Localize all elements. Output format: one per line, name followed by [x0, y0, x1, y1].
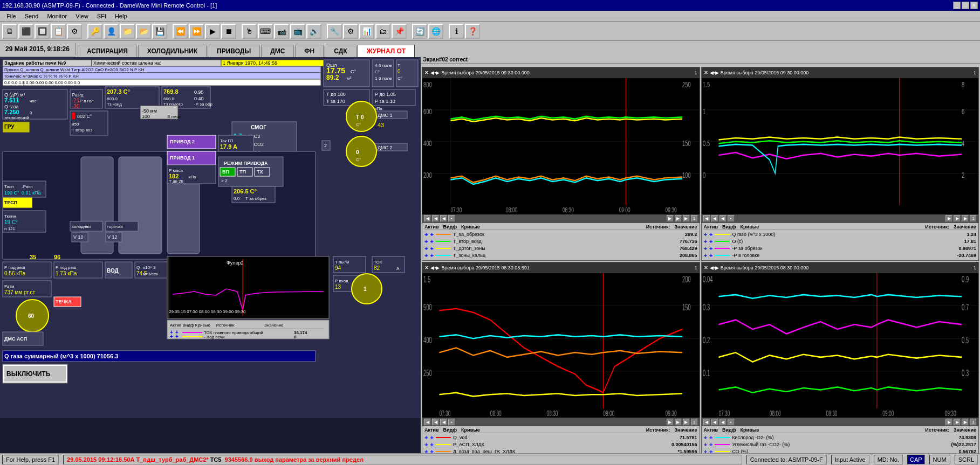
chart-br-legend-add1[interactable]: +: [704, 434, 707, 441]
chart-br-scroll[interactable]: 1: [970, 419, 977, 426]
toolbar-info[interactable]: ℹ: [449, 24, 464, 39]
chart-tl-close[interactable]: ✕: [424, 70, 429, 75]
toolbar-btn-13[interactable]: ▶: [205, 24, 220, 39]
tab-privody[interactable]: ПРИВОДЫ: [208, 45, 260, 57]
chart-tr-btn5[interactable]: ▶: [945, 215, 952, 222]
toolbar-btn-21[interactable]: ⚙: [343, 24, 358, 39]
chart-br-legend-add2b[interactable]: +: [709, 441, 712, 448]
chart-tr-legend-add4[interactable]: +: [704, 252, 707, 259]
chart-bl-btn3[interactable]: ◀: [440, 419, 447, 426]
chart-bl-btn1[interactable]: ◀: [424, 419, 431, 426]
chart-br-btn5[interactable]: ▶: [945, 419, 952, 426]
chart-bl-close[interactable]: ✕: [424, 265, 429, 270]
toolbar-btn-11[interactable]: ⏪: [173, 24, 188, 39]
chart-tl-btn2[interactable]: ◀: [432, 215, 439, 222]
chart-tr-legend-add1[interactable]: +: [704, 231, 707, 238]
chart-tl-legend-add2b[interactable]: +: [430, 238, 433, 245]
toolbar-btn-9[interactable]: 📂: [136, 24, 151, 39]
toolbar-btn-10[interactable]: 💾: [152, 24, 167, 39]
menu-help[interactable]: Help: [111, 12, 132, 20]
chart-tl-scroll[interactable]: 1: [691, 215, 698, 222]
chart-tr-legend-add3[interactable]: +: [704, 245, 707, 252]
toolbar-btn-24[interactable]: 📌: [392, 24, 407, 39]
chart-br-btn4[interactable]: ▪: [728, 419, 735, 426]
chart-bl-btns[interactable]: ◀▪▶: [430, 265, 440, 270]
toolbar-btn-2[interactable]: ⬛: [18, 24, 33, 39]
menu-file[interactable]: File: [2, 12, 20, 20]
tab-zhurnal[interactable]: ЖУРНАЛ ОТ: [358, 45, 415, 57]
toolbar-btn-23[interactable]: 🗂: [375, 24, 390, 39]
chart-bl-btn5[interactable]: ▶: [667, 419, 674, 426]
toolbar-btn-19[interactable]: 🔊: [306, 24, 321, 39]
toolbar-btn-7[interactable]: 👤: [104, 24, 119, 39]
chart-br-legend-add2[interactable]: +: [704, 441, 707, 448]
chart-br-btn2[interactable]: ◀: [711, 419, 718, 426]
chart-tr-btn3[interactable]: ◀: [719, 215, 727, 222]
chart-tr-close[interactable]: ✕: [704, 70, 708, 75]
close-button[interactable]: ✕: [970, 2, 978, 9]
toolbar-btn-5[interactable]: ⚙: [67, 24, 82, 39]
chart-tl-legend-add1b[interactable]: +: [430, 231, 433, 238]
chart-tl-legend-add3b[interactable]: +: [430, 245, 433, 252]
toolbar-help[interactable]: ❓: [465, 24, 480, 39]
chart-bl-legend-add2b[interactable]: +: [430, 441, 433, 448]
toolbar-btn-3[interactable]: 🔲: [35, 24, 50, 39]
chart-tr-btn4[interactable]: ▪: [728, 215, 735, 222]
chart-bl-legend-add1b[interactable]: +: [430, 434, 433, 441]
toolbar-btn-20[interactable]: 🔧: [327, 24, 342, 39]
toolbar-btn-17[interactable]: 📷: [274, 24, 289, 39]
chart-br-close[interactable]: ✕: [704, 265, 708, 270]
toolbar-btn-25[interactable]: 🔄: [412, 24, 427, 39]
tab-sdk[interactable]: СДК: [325, 45, 356, 57]
chart-tr-btns[interactable]: ◀▪▶: [710, 70, 719, 75]
toolbar-btn-15[interactable]: 🖱: [242, 24, 257, 39]
toolbar-btn-4[interactable]: 📋: [51, 24, 66, 39]
chart-br-btn7[interactable]: ▶: [962, 419, 969, 426]
toolbar-btn-14[interactable]: ⏹: [221, 24, 236, 39]
chart-tr-btn7[interactable]: ▶: [962, 215, 969, 222]
chart-tr-btn6[interactable]: ▶: [954, 215, 961, 222]
chart-tr-legend-add2[interactable]: +: [704, 238, 707, 245]
chart-br-btn3[interactable]: ◀: [719, 419, 727, 426]
toolbar-btn-12[interactable]: ⏩: [189, 24, 204, 39]
chart-tr-legend-add4b[interactable]: +: [709, 252, 712, 259]
chart-tl-legend-add3[interactable]: +: [424, 245, 428, 252]
toolbar-btn-16[interactable]: ⌨: [258, 24, 273, 39]
chart-tr-legend-add3b[interactable]: +: [709, 245, 712, 252]
chart-tl-legend-add2[interactable]: +: [424, 238, 428, 245]
chart-bl-btn6[interactable]: ▶: [675, 419, 682, 426]
chart-tr-btn2[interactable]: ◀: [711, 215, 718, 222]
chart-tl-btn5[interactable]: ▶: [667, 215, 674, 222]
chart-tl-btn6[interactable]: ▶: [675, 215, 682, 222]
toolbar-btn-6[interactable]: 🔑: [87, 24, 102, 39]
chart-bl-legend-add1[interactable]: +: [424, 434, 428, 441]
chart-br-legend-add1b[interactable]: +: [709, 434, 712, 441]
chart-br-btn6[interactable]: ▶: [954, 419, 961, 426]
chart-bl-legend-add2[interactable]: +: [424, 441, 428, 448]
chart-tr-legend-add1b[interactable]: +: [709, 231, 712, 238]
chart-tr-scroll[interactable]: 1: [970, 215, 977, 222]
tab-fn[interactable]: ФН: [295, 45, 324, 57]
chart-tl-legend-add4[interactable]: +: [424, 252, 428, 259]
tab-dms[interactable]: ДМС: [261, 45, 294, 57]
chart-tl-btn1[interactable]: ◀: [424, 215, 431, 222]
chart-br-btns[interactable]: ◀▪▶: [710, 265, 719, 270]
chart-tl-legend-add4b[interactable]: +: [430, 252, 433, 259]
chart-bl-scroll[interactable]: 1: [691, 419, 698, 426]
minimize-button[interactable]: _: [953, 2, 961, 9]
chart-tr-btn1[interactable]: ◀: [703, 215, 710, 222]
toolbar-btn-1[interactable]: 🖥: [2, 24, 17, 39]
restore-button[interactable]: □: [962, 2, 969, 9]
menu-sfi[interactable]: SFI: [93, 12, 111, 20]
menu-monitor[interactable]: Monitor: [43, 12, 71, 20]
menu-send[interactable]: Send: [20, 12, 43, 20]
chart-bl-btn2[interactable]: ◀: [432, 419, 439, 426]
chart-br-btn1[interactable]: ◀: [703, 419, 710, 426]
chart-bl-btn4[interactable]: ▪: [448, 419, 455, 426]
chart-tl-btn7[interactable]: ▶: [683, 215, 690, 222]
chart-tl-btn3[interactable]: ◀: [440, 215, 447, 222]
toolbar-btn-8[interactable]: 📁: [120, 24, 135, 39]
chart-tl-legend-add1[interactable]: +: [424, 231, 428, 238]
chart-bl-btn7[interactable]: ▶: [683, 419, 690, 426]
toolbar-btn-22[interactable]: 📊: [359, 24, 374, 39]
